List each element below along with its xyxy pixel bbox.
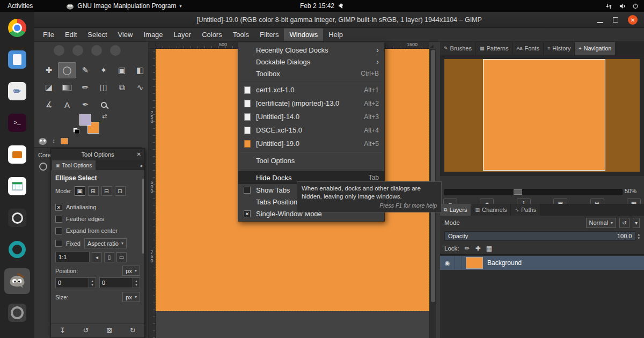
- portrait-button[interactable]: ▯: [104, 252, 114, 262]
- link-cell[interactable]: [455, 256, 462, 270]
- dock-item-terminal[interactable]: >_: [4, 110, 30, 136]
- tool-group-icon[interactable]: [110, 45, 121, 56]
- tab-layers[interactable]: ⧉Layers: [440, 204, 471, 216]
- menu-item-recently-closed-docks[interactable]: Recently Closed Docks›: [238, 44, 384, 56]
- position-x-spinner[interactable]: 0 ▴▾: [55, 277, 96, 288]
- delete-preset-button[interactable]: ⊠: [106, 326, 112, 334]
- tab-patterns[interactable]: ▦Patterns: [476, 42, 513, 55]
- clone-tool[interactable]: ⧉: [113, 79, 131, 95]
- tool-group-icon[interactable]: [72, 45, 83, 56]
- menu-item-image-14[interactable]: [Untitled]-14.0Alt+3: [238, 110, 384, 123]
- opacity-slider[interactable]: Opacity 100.0: [444, 231, 635, 241]
- tab-navigation[interactable]: ⌖Navigation: [575, 42, 616, 55]
- dock-item-chrome[interactable]: [4, 15, 30, 41]
- menu-layer[interactable]: Layer: [169, 28, 197, 41]
- aspect-ratio-dropdown[interactable]: Aspect ratio ▾: [84, 238, 127, 248]
- position-y-spinner[interactable]: 0 ▴▾: [99, 277, 140, 288]
- flip-tool[interactable]: ◧: [131, 62, 149, 78]
- pencil-tool[interactable]: ✏: [76, 79, 94, 95]
- free-select-tool[interactable]: ✎: [76, 62, 94, 78]
- fixed-checkbox[interactable]: [55, 240, 62, 247]
- menu-filters[interactable]: Filters: [254, 28, 284, 41]
- move-tool[interactable]: ✚: [40, 62, 58, 78]
- eraser-tool[interactable]: ◫: [94, 79, 113, 95]
- dock-item-screenshot[interactable]: [4, 205, 30, 231]
- size-unit-dropdown[interactable]: px ▾: [122, 292, 140, 302]
- wilber-mini-icon[interactable]: [39, 138, 47, 145]
- save-preset-button[interactable]: ↧: [60, 326, 65, 334]
- dock-item-files[interactable]: [4, 47, 30, 72]
- lock-pixels-icon[interactable]: ✏: [465, 245, 470, 252]
- maximize-button[interactable]: [613, 17, 618, 23]
- activities-button[interactable]: Activities: [0, 0, 40, 12]
- fuzzy-select-tool[interactable]: ✦: [94, 62, 113, 78]
- dock-menu-arrow-icon[interactable]: ◂: [140, 163, 142, 168]
- tool-group-icon[interactable]: [91, 45, 102, 56]
- default-colors-icon[interactable]: [73, 128, 79, 134]
- ellipse-select-tool[interactable]: ◯: [58, 62, 76, 78]
- layer-mode-dropdown[interactable]: Normal ▾: [586, 218, 616, 228]
- mode-replace-button[interactable]: ▣: [75, 186, 85, 196]
- tool-options-scrollbar[interactable]: [142, 179, 144, 254]
- antialiasing-checkbox[interactable]: ✕: [55, 204, 62, 211]
- opacity-spinner[interactable]: ▴▾: [638, 232, 640, 240]
- menu-item-toolbox[interactable]: ToolboxCtrl+B: [238, 68, 384, 79]
- measure-tool[interactable]: ∡: [40, 97, 58, 113]
- tab-brushes[interactable]: ✎Brushes: [440, 42, 476, 55]
- crop-tool[interactable]: ▣: [113, 62, 131, 78]
- menu-help[interactable]: Help: [323, 28, 348, 41]
- tool-group-icon[interactable]: [54, 45, 64, 56]
- navigation-preview[interactable]: [444, 59, 640, 172]
- menu-edit[interactable]: Edit: [60, 28, 82, 41]
- app-menu[interactable]: GNU Image Manipulation Program ▾: [66, 2, 181, 10]
- layer-thumbnail[interactable]: [466, 257, 483, 269]
- dock-item-text-editor[interactable]: ✏: [4, 78, 30, 104]
- text-tool[interactable]: A: [58, 97, 76, 113]
- ink-tool[interactable]: ✒: [76, 97, 94, 113]
- close-button[interactable]: ✕: [628, 15, 638, 25]
- close-icon[interactable]: ✕: [137, 151, 141, 157]
- window-titlebar[interactable]: [Untitled]-19.0 (RGB color 8-bit gamma i…: [34, 12, 644, 28]
- layer-row-background[interactable]: ◉ Background: [440, 256, 644, 270]
- tab-fonts[interactable]: AaFonts: [513, 42, 544, 55]
- mode-add-button[interactable]: ⊞: [88, 186, 99, 196]
- zoom-slider-handle[interactable]: [514, 189, 522, 195]
- gradient-tool[interactable]: [58, 79, 76, 95]
- lock-position-icon[interactable]: ✚: [475, 245, 481, 252]
- aspect-ratio-input[interactable]: 1:1: [55, 252, 90, 262]
- dock-item-impress[interactable]: [4, 142, 30, 167]
- landscape-button[interactable]: ▭: [116, 252, 127, 262]
- menu-view[interactable]: View: [113, 28, 138, 41]
- clock[interactable]: Feb 2 15:42: [300, 2, 344, 10]
- dock-item-calc[interactable]: [4, 173, 30, 199]
- dock-item-web-app[interactable]: [4, 237, 30, 262]
- menu-select[interactable]: Select: [82, 28, 112, 41]
- visibility-eye-icon[interactable]: ◉: [440, 256, 455, 270]
- feather-edges-checkbox[interactable]: [55, 216, 62, 223]
- dock-item-gimp[interactable]: [4, 268, 30, 294]
- tab-history[interactable]: ≡History: [544, 42, 575, 55]
- navigation-viewbox[interactable]: [483, 59, 605, 171]
- mode-switch-icon[interactable]: ▾: [633, 218, 640, 228]
- minimize-button[interactable]: [597, 17, 603, 23]
- updown-icon[interactable]: ↕: [52, 137, 55, 145]
- active-image-thumbnail[interactable]: [61, 138, 68, 144]
- expand-from-center-checkbox[interactable]: [55, 227, 62, 234]
- tool-options-titlebar[interactable]: Tool Options ✕: [51, 149, 144, 160]
- reset-tool-button[interactable]: ↻: [130, 326, 136, 334]
- menu-item-image-15[interactable]: DSCE.xcf-15.0Alt+4: [238, 123, 384, 137]
- bucket-fill-tool[interactable]: ◪: [40, 79, 58, 95]
- tab-tool-options[interactable]: ▣ Tool Options: [52, 160, 96, 170]
- restore-preset-button[interactable]: ↺: [83, 326, 89, 334]
- scrollbar-thumb[interactable]: [431, 50, 435, 302]
- menu-windows[interactable]: Windows: [284, 28, 323, 41]
- menu-image[interactable]: Image: [138, 28, 168, 41]
- swap-colors-icon[interactable]: ⇄: [102, 113, 107, 120]
- zoom-tool[interactable]: [94, 97, 113, 113]
- canvas-corner-icon[interactable]: ◢: [428, 43, 435, 49]
- lock-alpha-icon[interactable]: ▦: [486, 245, 492, 252]
- menu-item-image-1[interactable]: cert1.xcf-1.0Alt+1: [238, 83, 384, 97]
- mode-intersect-button[interactable]: ⊡: [115, 186, 126, 196]
- menu-tools[interactable]: Tools: [228, 28, 254, 41]
- menu-colors[interactable]: Colors: [196, 28, 228, 41]
